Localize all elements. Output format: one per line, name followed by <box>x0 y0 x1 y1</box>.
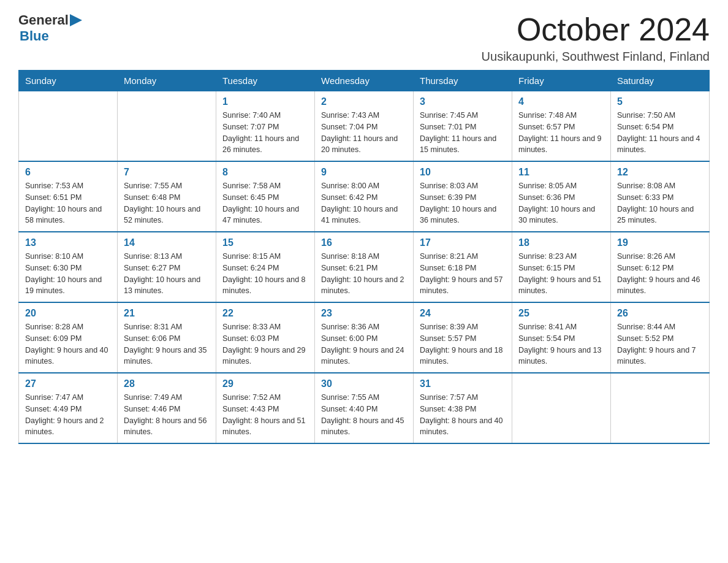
day-info: Sunrise: 8:33 AMSunset: 6:03 PMDaylight:… <box>222 321 308 367</box>
calendar-cell: 26Sunrise: 8:44 AMSunset: 5:52 PMDayligh… <box>611 302 710 373</box>
week-row-4: 27Sunrise: 7:47 AMSunset: 4:49 PMDayligh… <box>19 373 710 443</box>
week-row-1: 6Sunrise: 7:53 AMSunset: 6:51 PMDaylight… <box>19 161 710 232</box>
weekday-header-sunday: Sunday <box>19 71 118 91</box>
weekday-header-monday: Monday <box>118 71 216 91</box>
calendar-cell: 29Sunrise: 7:52 AMSunset: 4:43 PMDayligh… <box>216 373 315 443</box>
day-info: Sunrise: 8:26 AMSunset: 6:12 PMDaylight:… <box>617 251 703 297</box>
calendar-cell: 14Sunrise: 8:13 AMSunset: 6:27 PMDayligh… <box>118 232 216 302</box>
month-title: October 2024 <box>482 12 710 47</box>
calendar-cell: 10Sunrise: 8:03 AMSunset: 6:39 PMDayligh… <box>414 161 512 232</box>
day-info: Sunrise: 7:58 AMSunset: 6:45 PMDaylight:… <box>222 180 308 226</box>
day-number: 25 <box>518 308 604 319</box>
day-info: Sunrise: 7:57 AMSunset: 4:38 PMDaylight:… <box>420 392 506 438</box>
day-number: 30 <box>321 378 407 389</box>
logo-blue-text: Blue <box>20 28 87 44</box>
calendar-cell: 12Sunrise: 8:08 AMSunset: 6:33 PMDayligh… <box>611 161 710 232</box>
day-number: 23 <box>321 308 407 319</box>
day-info: Sunrise: 8:39 AMSunset: 5:57 PMDaylight:… <box>420 321 506 367</box>
calendar-cell: 27Sunrise: 7:47 AMSunset: 4:49 PMDayligh… <box>19 373 118 443</box>
calendar-cell: 23Sunrise: 8:36 AMSunset: 6:00 PMDayligh… <box>315 302 414 373</box>
day-info: Sunrise: 8:05 AMSunset: 6:36 PMDaylight:… <box>518 180 604 226</box>
day-number: 8 <box>222 167 308 178</box>
calendar-cell: 1Sunrise: 7:40 AMSunset: 7:07 PMDaylight… <box>216 91 315 162</box>
calendar-cell: 18Sunrise: 8:23 AMSunset: 6:15 PMDayligh… <box>512 232 611 302</box>
day-number: 27 <box>25 378 111 389</box>
day-info: Sunrise: 8:28 AMSunset: 6:09 PMDaylight:… <box>25 321 111 367</box>
day-info: Sunrise: 8:44 AMSunset: 5:52 PMDaylight:… <box>617 321 703 367</box>
title-section: October 2024 Uusikaupunki, Southwest Fin… <box>482 12 710 64</box>
week-row-3: 20Sunrise: 8:28 AMSunset: 6:09 PMDayligh… <box>19 302 710 373</box>
calendar-cell <box>118 91 216 162</box>
day-info: Sunrise: 8:08 AMSunset: 6:33 PMDaylight:… <box>617 180 703 226</box>
calendar-cell: 30Sunrise: 7:55 AMSunset: 4:40 PMDayligh… <box>315 373 414 443</box>
day-number: 24 <box>420 308 506 319</box>
calendar-cell: 22Sunrise: 8:33 AMSunset: 6:03 PMDayligh… <box>216 302 315 373</box>
weekday-header-tuesday: Tuesday <box>216 71 315 91</box>
day-number: 19 <box>617 237 703 248</box>
day-info: Sunrise: 8:31 AMSunset: 6:06 PMDaylight:… <box>124 321 210 367</box>
calendar-cell: 21Sunrise: 8:31 AMSunset: 6:06 PMDayligh… <box>118 302 216 373</box>
calendar-cell: 20Sunrise: 8:28 AMSunset: 6:09 PMDayligh… <box>19 302 118 373</box>
day-info: Sunrise: 8:41 AMSunset: 5:54 PMDaylight:… <box>518 321 604 367</box>
calendar-cell: 3Sunrise: 7:45 AMSunset: 7:01 PMDaylight… <box>414 91 512 162</box>
calendar-cell: 7Sunrise: 7:55 AMSunset: 6:48 PMDaylight… <box>118 161 216 232</box>
day-info: Sunrise: 7:40 AMSunset: 7:07 PMDaylight:… <box>222 110 308 156</box>
day-info: Sunrise: 8:10 AMSunset: 6:30 PMDaylight:… <box>25 251 111 297</box>
calendar-cell: 19Sunrise: 8:26 AMSunset: 6:12 PMDayligh… <box>611 232 710 302</box>
day-info: Sunrise: 8:13 AMSunset: 6:27 PMDaylight:… <box>124 251 210 297</box>
day-number: 17 <box>420 237 506 248</box>
calendar-cell <box>512 373 611 443</box>
day-info: Sunrise: 7:45 AMSunset: 7:01 PMDaylight:… <box>420 110 506 156</box>
calendar-cell: 16Sunrise: 8:18 AMSunset: 6:21 PMDayligh… <box>315 232 414 302</box>
day-info: Sunrise: 7:48 AMSunset: 6:57 PMDaylight:… <box>518 110 604 156</box>
day-number: 9 <box>321 167 407 178</box>
day-number: 18 <box>518 237 604 248</box>
day-number: 28 <box>124 378 210 389</box>
day-number: 14 <box>124 237 210 248</box>
day-info: Sunrise: 8:03 AMSunset: 6:39 PMDaylight:… <box>420 180 506 226</box>
day-number: 29 <box>222 378 308 389</box>
day-number: 12 <box>617 167 703 178</box>
calendar-cell: 5Sunrise: 7:50 AMSunset: 6:54 PMDaylight… <box>611 91 710 162</box>
day-number: 13 <box>25 237 111 248</box>
calendar-cell: 9Sunrise: 8:00 AMSunset: 6:42 PMDaylight… <box>315 161 414 232</box>
day-info: Sunrise: 7:52 AMSunset: 4:43 PMDaylight:… <box>222 392 308 438</box>
day-number: 31 <box>420 378 506 389</box>
day-info: Sunrise: 8:36 AMSunset: 6:00 PMDaylight:… <box>321 321 407 367</box>
day-number: 11 <box>518 167 604 178</box>
weekday-header-thursday: Thursday <box>414 71 512 91</box>
calendar-cell: 28Sunrise: 7:49 AMSunset: 4:46 PMDayligh… <box>118 373 216 443</box>
day-number: 26 <box>617 308 703 319</box>
day-number: 10 <box>420 167 506 178</box>
week-row-2: 13Sunrise: 8:10 AMSunset: 6:30 PMDayligh… <box>19 232 710 302</box>
logo-arrow-icon <box>70 13 87 27</box>
calendar-cell: 17Sunrise: 8:21 AMSunset: 6:18 PMDayligh… <box>414 232 512 302</box>
calendar-table: SundayMondayTuesdayWednesdayThursdayFrid… <box>18 70 710 444</box>
weekday-header-row: SundayMondayTuesdayWednesdayThursdayFrid… <box>19 71 710 91</box>
weekday-header-friday: Friday <box>512 71 611 91</box>
day-info: Sunrise: 7:53 AMSunset: 6:51 PMDaylight:… <box>25 180 111 226</box>
weekday-header-wednesday: Wednesday <box>315 71 414 91</box>
day-info: Sunrise: 7:47 AMSunset: 4:49 PMDaylight:… <box>25 392 111 438</box>
logo: General Blue <box>18 12 87 44</box>
calendar-cell: 24Sunrise: 8:39 AMSunset: 5:57 PMDayligh… <box>414 302 512 373</box>
calendar-cell: 6Sunrise: 7:53 AMSunset: 6:51 PMDaylight… <box>19 161 118 232</box>
day-info: Sunrise: 8:18 AMSunset: 6:21 PMDaylight:… <box>321 251 407 297</box>
day-number: 20 <box>25 308 111 319</box>
location-title: Uusikaupunki, Southwest Finland, Finland <box>482 50 710 64</box>
svg-marker-0 <box>70 14 82 26</box>
calendar-cell <box>611 373 710 443</box>
weekday-header-saturday: Saturday <box>611 71 710 91</box>
day-number: 2 <box>321 96 407 107</box>
calendar-cell <box>19 91 118 162</box>
day-info: Sunrise: 7:49 AMSunset: 4:46 PMDaylight:… <box>124 392 210 438</box>
page-header: General Blue October 2024 Uusikaupunki, … <box>18 12 710 64</box>
day-info: Sunrise: 7:55 AMSunset: 6:48 PMDaylight:… <box>124 180 210 226</box>
day-number: 3 <box>420 96 506 107</box>
day-number: 7 <box>124 167 210 178</box>
day-number: 21 <box>124 308 210 319</box>
day-info: Sunrise: 7:43 AMSunset: 7:04 PMDaylight:… <box>321 110 407 156</box>
day-number: 4 <box>518 96 604 107</box>
calendar-cell: 4Sunrise: 7:48 AMSunset: 6:57 PMDaylight… <box>512 91 611 162</box>
day-number: 15 <box>222 237 308 248</box>
